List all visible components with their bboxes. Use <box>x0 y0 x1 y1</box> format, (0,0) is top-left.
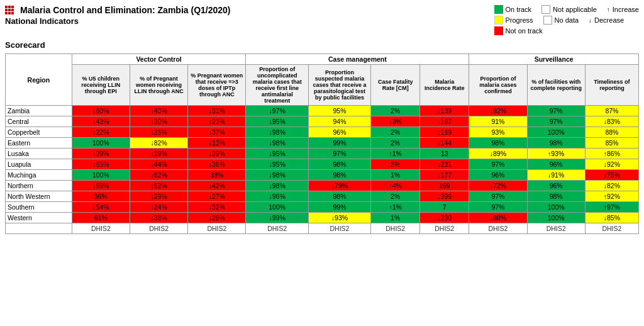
table-cell: ↓95% <box>246 149 308 159</box>
table-cell: ↓92% <box>469 106 527 116</box>
cell-region: Central <box>6 116 72 127</box>
cell-region: North Western <box>6 191 72 202</box>
table-cell: 97% <box>308 149 370 159</box>
table-cell: 97% <box>527 116 585 127</box>
table-cell: ↓24% <box>130 202 187 213</box>
table-cell: ↓139 <box>420 106 469 116</box>
group-header-row: Region Vector Control Case management Su… <box>6 54 639 65</box>
table-cell: 97% <box>527 106 585 116</box>
table-cell: ↓19% <box>130 149 187 159</box>
table-cell: ↓29% <box>130 191 187 202</box>
table-cell: 98% <box>308 170 370 181</box>
table-cell: ↓72% <box>469 181 527 191</box>
grid-icon <box>5 6 14 14</box>
sub-header-row: % U5 children receiving LLIN through EPI… <box>6 65 639 106</box>
table-cell: ↓230 <box>420 213 469 223</box>
table-cell: ↓177 <box>420 170 469 181</box>
table-cell: 2% <box>371 106 420 116</box>
legend-progress: Progress <box>494 16 533 25</box>
table-cell: ↓65% <box>72 159 130 170</box>
table-cell: ↓85% <box>585 213 638 223</box>
table-cell: ↓22% <box>72 127 130 138</box>
col-sub-confirmed: Proportion of malaria cases confirmed <box>469 65 527 106</box>
table-cell: ↓30% <box>130 116 187 127</box>
table-cell: ↓82% <box>585 181 638 191</box>
table-cell: ↓3% <box>371 116 420 127</box>
table-cell: 98% <box>527 191 585 202</box>
table-cell: ↓42% <box>188 181 246 191</box>
table-cell: 96% <box>469 170 527 181</box>
table-cell: 85% <box>585 138 638 149</box>
table-row: Northern↓66%↓52%↓42%↓98%↓79%↑4%169↓72%96… <box>6 181 639 191</box>
table-cell: ↓62% <box>130 170 187 181</box>
decrease-icon: ↓ <box>589 17 592 24</box>
sub-title: National Indicators <box>5 16 231 26</box>
table-row: North Western36%↓29%↓27%↓96%98%2%↓39697%… <box>6 191 639 202</box>
table-cell: 100% <box>527 213 585 223</box>
col-group-vector: Vector Control <box>72 54 246 65</box>
table-cell: 100% <box>246 202 308 213</box>
cell-region: Muchinga <box>6 170 72 181</box>
table-cell: ↓95% <box>246 159 308 170</box>
table-cell: ↓26% <box>188 213 246 223</box>
table-cell: 2% <box>371 138 420 149</box>
legend-on-track: On track <box>494 5 532 14</box>
table-cell: 97% <box>469 202 527 213</box>
table-cell: ↓40% <box>130 106 187 116</box>
scorecard-title: Scorecard <box>5 40 639 50</box>
table-cell: ↓92% <box>585 159 638 170</box>
legend-green-box <box>494 5 503 14</box>
table-cell: 61% <box>72 213 130 223</box>
legend-no-data: No data <box>543 16 579 25</box>
table-cell: DHIS2 <box>130 223 187 234</box>
table-cell: 93% <box>469 127 527 138</box>
legend: On track Not applicable ↑ Increase Progr… <box>494 5 640 35</box>
table-cell: 99% <box>308 202 370 213</box>
table-cell: 98% <box>527 138 585 149</box>
col-sub-suspected: Proportion suspected malaria cases that … <box>308 65 370 106</box>
table-cell: ↓54% <box>72 202 130 213</box>
table-cell: DHIS2 <box>246 223 308 234</box>
table-cell: ↓39% <box>72 149 130 159</box>
legend-nodata-box <box>543 16 552 25</box>
table-cell: 88% <box>585 127 638 138</box>
table-cell: ↓60% <box>72 106 130 116</box>
table-cell: ↓79% <box>308 181 370 191</box>
table-row: Zambia↓60%↓40%↓31%↓97%95%2%↓139↓92%97%87… <box>6 106 639 116</box>
col-sub-complete: % of facilities with complete reporting <box>527 65 585 106</box>
col-group-surveillance: Surveillance <box>469 54 639 65</box>
col-sub-incidence: Malaria Incidence Rate <box>420 65 469 106</box>
table-cell: 97% <box>469 191 527 202</box>
table-cell: DHIS2 <box>308 223 370 234</box>
legend-nodata-label: No data <box>555 16 579 24</box>
table-cell: 100% <box>72 170 130 181</box>
table-cell: DHIS2 <box>585 223 638 234</box>
legend-yellow-box <box>494 16 503 25</box>
legend-decrease-label: Decrease <box>594 16 624 24</box>
table-cell: 96% <box>308 127 370 138</box>
legend-increase: ↑ Increase <box>607 5 639 14</box>
table-cell: 94% <box>308 116 370 127</box>
legend-row-1: On track Not applicable ↑ Increase <box>494 5 640 14</box>
table-cell: DHIS2 <box>371 223 420 234</box>
table-cell: ↓83% <box>585 116 638 127</box>
table-cell: ↓44% <box>130 159 187 170</box>
cell-region: Lusaka <box>6 149 72 159</box>
table-cell: 96% <box>527 159 585 170</box>
table-cell: DHIS2 <box>527 223 585 234</box>
table-cell: ↓38% <box>130 213 187 223</box>
table-row: DHIS2DHIS2DHIS2DHIS2DHIS2DHIS2DHIS2DHIS2… <box>6 223 639 234</box>
table-cell: ↓36% <box>188 159 246 170</box>
table-row: Western61%↓38%↓26%↓99%↓93%1%↓230↓88%100%… <box>6 213 639 223</box>
table-cell: 7 <box>420 202 469 213</box>
table-cell: 98% <box>308 159 370 170</box>
table-cell: DHIS2 <box>420 223 469 234</box>
table-cell: ↓89% <box>469 149 527 159</box>
table-cell: ↑92% <box>585 191 638 202</box>
table-cell: ↓231 <box>420 159 469 170</box>
table-cell: 97% <box>469 159 527 170</box>
cell-region: Western <box>6 213 72 223</box>
legend-progress-label: Progress <box>506 16 533 24</box>
table-cell: 100% <box>527 202 585 213</box>
col-sub-cfr: Case Fatality Rate [CM] <box>371 65 420 106</box>
